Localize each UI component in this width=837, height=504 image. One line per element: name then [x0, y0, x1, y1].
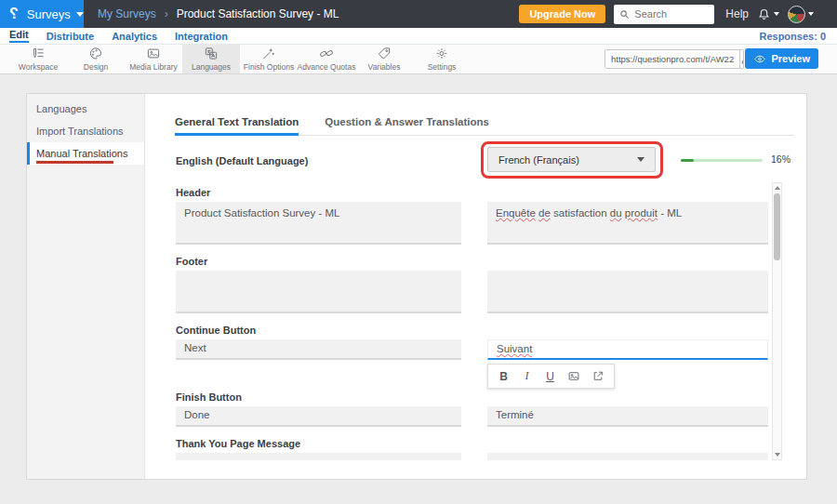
insert-image-icon[interactable] — [567, 370, 580, 382]
translation-progress-bar — [681, 159, 763, 162]
questionpro-logo-icon: ? — [9, 6, 19, 22]
field-label: Finish Button — [176, 391, 770, 404]
fields-scroll-area: Header Product Satisfaction Survey - ML … — [145, 182, 770, 460]
field-label: Footer — [176, 256, 770, 268]
edit-toolbar: Workspace Design Media Library Languages… — [0, 45, 837, 74]
vertical-scrollbar[interactable] — [772, 182, 782, 460]
field-row-footer: Footer — [176, 256, 770, 313]
notifications-button[interactable] — [757, 7, 779, 21]
scroll-down-button[interactable] — [773, 450, 781, 459]
languages-icon — [204, 46, 219, 60]
avatar — [788, 6, 805, 23]
menu-item-distribute[interactable]: Distribute — [46, 31, 94, 42]
chain-links-icon — [319, 46, 334, 60]
workspace-icon — [31, 46, 46, 60]
sidebar-item-import-translations[interactable]: Import Translations — [27, 120, 144, 142]
help-link[interactable]: Help — [725, 7, 749, 20]
tool-media-library[interactable]: Media Library — [125, 45, 182, 73]
external-link-icon[interactable] — [591, 370, 604, 382]
continue-target-input[interactable]: Suivant — [487, 339, 768, 360]
search-input[interactable] — [634, 8, 709, 20]
triangle-up-icon — [775, 186, 780, 190]
breadcrumb-my-surveys[interactable]: My Surveys — [98, 7, 156, 20]
tab-question-answer-translations[interactable]: Question & Answer Translations — [325, 116, 489, 135]
field-label: Continue Button — [176, 325, 770, 337]
responses-count[interactable]: Responses: 0 — [759, 31, 826, 42]
scroll-up-button[interactable] — [773, 183, 781, 192]
tool-advance-quotas[interactable]: Advance Quotas — [298, 45, 355, 73]
menu-item-analytics[interactable]: Analytics — [112, 31, 157, 42]
translation-content: General Text Translation Question & Answ… — [145, 94, 806, 479]
bold-button[interactable]: B — [498, 370, 510, 383]
chevron-down-icon — [637, 157, 644, 162]
eye-icon — [753, 53, 766, 65]
field-row-continue-button: Continue Button Next Suivant B I U — [176, 325, 770, 360]
account-button[interactable] — [788, 6, 814, 23]
surveys-menu[interactable]: Surveys — [27, 7, 84, 21]
tool-languages[interactable]: Languages — [182, 45, 240, 73]
search-box[interactable] — [614, 5, 714, 24]
app-window: ? Surveys My Surveys › Product Satisfact… — [0, 0, 837, 504]
translations-sidebar: Languages Import Translations Manual Tra… — [27, 94, 145, 479]
breadcrumb-separator: › — [165, 7, 168, 20]
page-title: Product Satisfaction Survey - ML — [177, 7, 339, 20]
breadcrumb: My Surveys › Product Satisfaction Survey… — [98, 7, 339, 20]
pencil-icon — [740, 54, 744, 65]
format-toolbar: B I U — [487, 364, 615, 389]
upgrade-now-button[interactable]: Upgrade Now — [519, 5, 605, 23]
thankyou-source-textarea[interactable] — [176, 453, 461, 460]
image-icon — [146, 46, 161, 60]
target-language-dropdown[interactable]: French (Français) — [487, 147, 656, 172]
survey-url-input[interactable] — [605, 50, 739, 68]
field-label: Thank You Page Message — [176, 438, 770, 450]
finish-target-input[interactable]: Terminé — [487, 406, 768, 427]
palette-icon — [88, 46, 103, 60]
field-row-thank-you-message: Thank You Page Message — [176, 438, 770, 460]
logo-area[interactable]: ? Surveys — [0, 0, 84, 28]
chevron-down-icon — [774, 12, 779, 16]
footer-source-textarea[interactable] — [176, 271, 461, 313]
field-row-header: Header Product Satisfaction Survey - ML … — [176, 187, 770, 245]
tab-general-text-translation[interactable]: General Text Translation — [175, 116, 299, 135]
top-bar: ? Surveys My Surveys › Product Satisfact… — [0, 0, 837, 28]
underline-button[interactable]: U — [544, 370, 556, 383]
italic-button[interactable]: I — [521, 369, 533, 383]
header-source-textarea[interactable]: Product Satisfaction Survey - ML — [176, 202, 461, 245]
translations-panel: Languages Import Translations Manual Tra… — [26, 93, 807, 480]
tool-design[interactable]: Design — [67, 45, 125, 73]
edit-url-button[interactable] — [739, 50, 744, 68]
annotation-red-underline — [36, 161, 113, 164]
surveys-menu-label: Surveys — [27, 7, 71, 21]
finish-source-input[interactable]: Done — [176, 406, 461, 427]
tool-workspace[interactable]: Workspace — [9, 45, 67, 73]
triangle-down-icon — [775, 453, 780, 457]
topbar-right-cluster: Upgrade Now Help — [519, 0, 814, 28]
continue-source-input[interactable]: Next — [176, 339, 461, 360]
magic-wand-icon — [261, 46, 276, 60]
thankyou-target-textarea[interactable] — [487, 453, 768, 460]
tool-settings[interactable]: Settings — [413, 45, 471, 73]
tool-finish-options[interactable]: Finish Options — [240, 45, 298, 73]
footer-target-textarea[interactable] — [487, 271, 768, 313]
preview-button[interactable]: Preview — [745, 48, 818, 69]
target-language-value: French (Français) — [498, 154, 579, 166]
header-target-textarea[interactable]: Enquête de satisfaction du produit - ML — [487, 202, 768, 245]
source-language-label: English (Default Language) — [176, 155, 308, 166]
progress-percent-label: 16% — [771, 153, 790, 165]
field-label: Header — [176, 187, 770, 199]
search-icon — [619, 9, 630, 20]
scrollbar-thumb[interactable] — [774, 193, 780, 260]
progress-fill — [681, 159, 694, 162]
sidebar-item-manual-translations[interactable]: Manual Translations — [27, 142, 144, 165]
gear-icon — [434, 46, 449, 60]
tag-icon — [377, 46, 392, 60]
field-row-finish-button: Finish Button Done Terminé — [176, 391, 770, 427]
chevron-down-icon — [808, 12, 814, 16]
menu-item-edit[interactable]: Edit — [9, 29, 29, 43]
menu-bar: Edit Distribute Analytics Integration Re… — [0, 28, 837, 45]
tool-variables[interactable]: Variables — [355, 45, 413, 73]
chevron-down-icon — [76, 12, 84, 17]
sidebar-item-languages[interactable]: Languages — [27, 98, 144, 120]
survey-url-group — [604, 49, 744, 69]
menu-item-integration[interactable]: Integration — [175, 31, 228, 42]
